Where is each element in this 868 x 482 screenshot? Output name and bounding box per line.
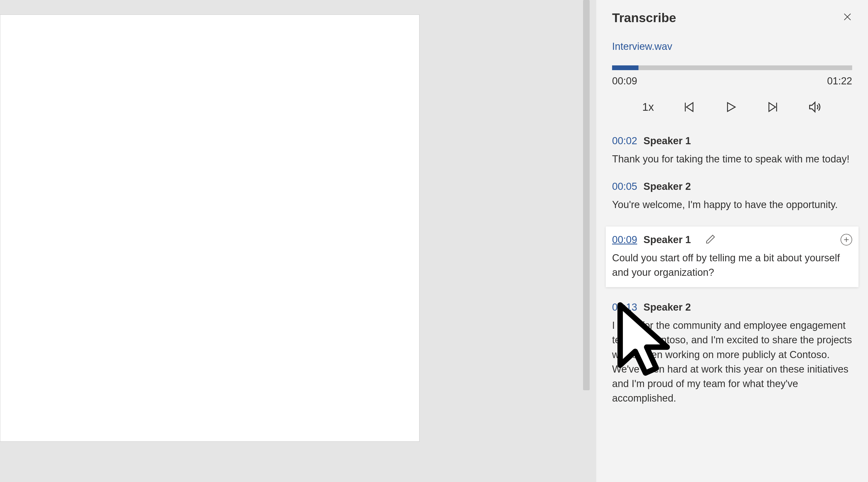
svg-marker-7 [810, 102, 815, 112]
skip-next-icon [766, 100, 779, 114]
segment-text: I work for the community and employee en… [612, 318, 852, 406]
svg-marker-3 [686, 103, 693, 111]
segment-header: 00:13 Speaker 2 [612, 302, 852, 313]
total-time: 01:22 [827, 75, 852, 87]
segment-speaker: Speaker 2 [644, 302, 691, 313]
segment-timestamp[interactable]: 00:05 [612, 181, 637, 192]
segment-speaker: Speaker 1 [644, 234, 691, 246]
play-button[interactable] [724, 100, 737, 114]
playback-speed-button[interactable]: 1x [642, 101, 654, 114]
close-button[interactable] [843, 12, 852, 24]
panel-header: Transcribe [612, 10, 852, 25]
add-to-document-button[interactable] [841, 234, 852, 246]
segment-header: 00:05 Speaker 2 [612, 181, 852, 192]
transcript-segment[interactable]: 00:05 Speaker 2 You're welcome, I'm happ… [612, 181, 852, 212]
segment-speaker: Speaker 1 [644, 135, 691, 147]
progress-bar-fill [612, 65, 639, 70]
svg-marker-5 [769, 103, 775, 111]
play-icon [724, 100, 737, 114]
svg-marker-4 [727, 103, 735, 111]
player-controls: 1x [612, 100, 852, 114]
plus-icon [843, 236, 850, 243]
edit-icon[interactable] [705, 234, 716, 246]
time-labels: 00:09 01:22 [612, 75, 852, 87]
progress-bar[interactable] [612, 65, 852, 70]
next-button[interactable] [766, 100, 779, 114]
playback-speed-label: 1x [642, 101, 654, 114]
segment-text: Could you start off by telling me a bit … [612, 251, 852, 280]
current-time: 00:09 [612, 75, 637, 87]
skip-previous-icon [683, 100, 696, 114]
segment-header: 00:02 Speaker 1 [612, 135, 852, 147]
segment-text: You're welcome, I'm happy to have the op… [612, 197, 852, 212]
segment-header: 00:09 Speaker 1 [612, 234, 852, 246]
transcript-segments: 00:02 Speaker 1 Thank you for taking the… [612, 135, 852, 406]
document-canvas [0, 0, 594, 482]
segment-text: Thank you for taking the time to speak w… [612, 152, 852, 166]
transcript-segment[interactable]: 00:02 Speaker 1 Thank you for taking the… [612, 135, 852, 166]
audio-filename-link[interactable]: Interview.wav [612, 41, 852, 52]
transcript-segment[interactable]: 00:09 Speaker 1 Could you start off by t… [606, 226, 859, 287]
segment-timestamp[interactable]: 00:09 [612, 234, 637, 246]
transcript-segment[interactable]: 00:13 Speaker 2 I work for the community… [612, 302, 852, 406]
close-icon [843, 12, 852, 22]
previous-button[interactable] [683, 100, 696, 114]
volume-icon [808, 100, 822, 114]
segment-timestamp[interactable]: 00:02 [612, 135, 637, 147]
segment-speaker: Speaker 2 [644, 181, 691, 192]
vertical-scrollbar[interactable] [583, 0, 590, 390]
segment-timestamp[interactable]: 00:13 [612, 302, 637, 313]
audio-progress: 00:09 01:22 [612, 65, 852, 87]
transcribe-panel: Transcribe Interview.wav 00:09 01:22 1x [596, 0, 868, 482]
panel-title: Transcribe [612, 10, 676, 25]
volume-button[interactable] [808, 100, 822, 114]
document-page[interactable] [0, 14, 420, 442]
